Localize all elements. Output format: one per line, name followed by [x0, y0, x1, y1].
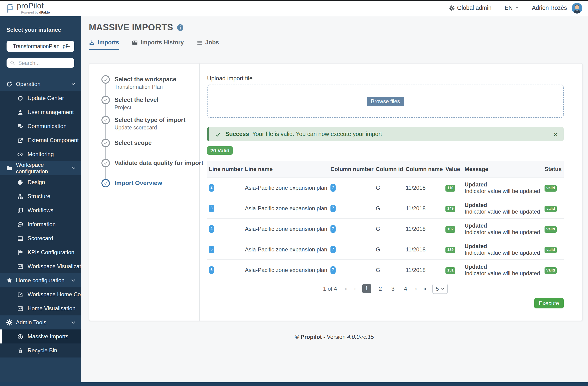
tab-imports[interactable]: Imports: [89, 39, 119, 50]
page-button-3[interactable]: 3: [390, 285, 396, 292]
sidebar-item-workspace-home-co[interactable]: Workspace Home Co...: [0, 287, 81, 302]
sidebar-item-structure[interactable]: Structure: [0, 189, 81, 203]
sidebar-item-external-component[interactable]: External Component: [0, 133, 81, 147]
cell-line-name: Asia-Pacific zone expansion plan: [243, 184, 329, 191]
instance-select[interactable]: TransformationPlan_pPCom...: [6, 41, 74, 52]
cell-column-name: 11/2018: [404, 246, 443, 253]
cell-column-id: G: [374, 225, 404, 232]
sidebar-section-admin-tools[interactable]: Admin Tools: [0, 315, 81, 329]
previous-page-button[interactable]: ‹: [354, 285, 356, 292]
brand-logo: proPilot — Powered by dFakto: [6, 2, 50, 14]
language-selector[interactable]: EN: [504, 5, 519, 11]
check-icon: [103, 161, 108, 165]
upload-label: Upload import file: [207, 75, 564, 82]
sidebar-item-kpis-configuration[interactable]: KPIs Configuration: [0, 245, 81, 259]
sidebar-item-massive-imports[interactable]: Massive Imports: [0, 329, 81, 344]
table-row: 2Asia-Pacific zone expansion plan7G11/20…: [207, 178, 564, 198]
step-validate-data-quality-for-import[interactable]: Validate data quality for import: [102, 159, 203, 167]
sidebar-item-update-center[interactable]: Update Center: [0, 91, 81, 105]
stepper-connector: [105, 80, 106, 183]
sidebar-item-information[interactable]: Information: [0, 217, 81, 231]
cell-line-number: 6: [207, 266, 243, 274]
info-icon[interactable]: [177, 24, 184, 31]
cell-column-name: 11/2018: [404, 184, 443, 191]
user-menu[interactable]: Adrien Rozès: [532, 5, 567, 11]
message-detail: Indicator value will be updated: [465, 270, 543, 276]
next-page-button[interactable]: ›: [415, 285, 417, 292]
step-import-overview[interactable]: Import Overview: [102, 179, 162, 187]
step-select-the-type-of-import[interactable]: Select the type of importUpdate scorecar…: [102, 116, 185, 130]
column-header-column-id: Column id: [374, 166, 404, 172]
sidebar-item-user-management[interactable]: User management: [0, 105, 81, 119]
role-label: Global admin: [457, 5, 491, 11]
line-number-badge: 2: [209, 184, 214, 192]
global-admin-menu[interactable]: Global admin: [449, 5, 491, 11]
sidebar-item-label: KPIs Configuration: [28, 249, 74, 256]
import-table: Line numberLine nameColumn numberColumn …: [207, 161, 564, 297]
cell-value: 110: [443, 184, 463, 191]
step-text: Select the type of importUpdate scorecar…: [115, 116, 185, 130]
close-icon[interactable]: ×: [553, 131, 558, 138]
value-badge: 102: [445, 226, 456, 232]
page-button-4[interactable]: 4: [402, 285, 409, 292]
sidebar-item-monitoring[interactable]: Monitoring: [0, 147, 81, 161]
step-select-the-level[interactable]: Select the levelProject: [102, 96, 158, 110]
cell-line-number: 4: [207, 225, 243, 233]
tab-label: Imports History: [141, 39, 184, 46]
cell-column-id: G: [374, 246, 404, 253]
upload-dropzone[interactable]: Browse files: [207, 84, 564, 118]
sidebar-item-recycle-bin[interactable]: Recycle Bin: [0, 344, 81, 358]
cell-column-number: 7: [329, 204, 374, 212]
sidebar-item-communication[interactable]: Communication: [0, 119, 81, 133]
sidebar-item-workflows[interactable]: Workflows: [0, 203, 81, 217]
sidebar-item-label: Monitoring: [28, 151, 54, 158]
check-icon: [103, 141, 108, 145]
sidebar-section-operation[interactable]: Operation: [0, 77, 81, 91]
cell-column-id: G: [374, 184, 404, 191]
table-row: 6Asia-Pacific zone expansion plan7G11/20…: [207, 260, 564, 280]
sidebar-section-home-configuration[interactable]: Home configuration: [0, 273, 81, 287]
step-title: Select the type of import: [115, 116, 185, 123]
sidebar-item-workspace-visualizat[interactable]: Workspace Visualizat...: [0, 259, 81, 273]
check-icon: [103, 98, 108, 102]
page-size-value: 5: [436, 285, 439, 292]
sidebar-item-label: Update Center: [28, 95, 64, 102]
import-card: Select the workspaceTransformation PlanS…: [89, 63, 583, 321]
search-icon: [10, 60, 15, 65]
tab-jobs[interactable]: Jobs: [196, 39, 219, 50]
page-button-2[interactable]: 2: [377, 285, 383, 292]
first-page-button[interactable]: «: [344, 285, 348, 292]
cell-status: valid: [543, 245, 564, 253]
edit-icon: [17, 291, 23, 297]
cell-message: UpdatedIndicator value will be updated: [463, 181, 543, 194]
sidebar-item-home-visualisation[interactable]: Home Visualisation: [0, 302, 81, 315]
page-size-select[interactable]: 5: [433, 284, 448, 294]
sidebar-nav: OperationUpdate CenterUser managementCom…: [0, 77, 81, 358]
step-check-circle: [102, 96, 110, 104]
sidebar-section-workspace-configuration[interactable]: Workspace configuration: [0, 161, 81, 175]
cell-column-name: 11/2018: [404, 205, 443, 211]
last-page-button[interactable]: »: [423, 285, 426, 292]
table-icon: [17, 235, 23, 241]
column-header-value: Value: [443, 166, 463, 172]
tab-imports-history[interactable]: Imports History: [132, 39, 184, 50]
browse-files-button[interactable]: Browse files: [367, 97, 404, 106]
avatar[interactable]: [572, 2, 582, 13]
sidebar-item-label: Information: [28, 221, 56, 228]
cell-line-number: 5: [207, 245, 243, 253]
table-row: 5Asia-Pacific zone expansion plan7G11/20…: [207, 239, 564, 260]
sidebar-item-design[interactable]: Design: [0, 175, 81, 189]
status-badge: valid: [545, 185, 557, 191]
search-input[interactable]: [17, 60, 71, 66]
execute-button[interactable]: Execute: [534, 298, 564, 308]
column-header-status: Status: [543, 166, 564, 172]
step-select-the-workspace[interactable]: Select the workspaceTransformation Plan: [102, 75, 176, 90]
section-label: Operation: [16, 81, 41, 87]
sidebar-item-label: Communication: [28, 123, 67, 129]
sidebar-item-scorecard[interactable]: Scorecard: [0, 231, 81, 245]
step-select-scope[interactable]: Select scope: [102, 139, 152, 147]
page-button-1[interactable]: 1: [362, 284, 371, 293]
cell-message: UpdatedIndicator value will be updated: [463, 243, 543, 256]
cell-line-name: Asia-Pacific zone expansion plan: [243, 205, 329, 211]
message-detail: Indicator value will be updated: [465, 249, 543, 256]
